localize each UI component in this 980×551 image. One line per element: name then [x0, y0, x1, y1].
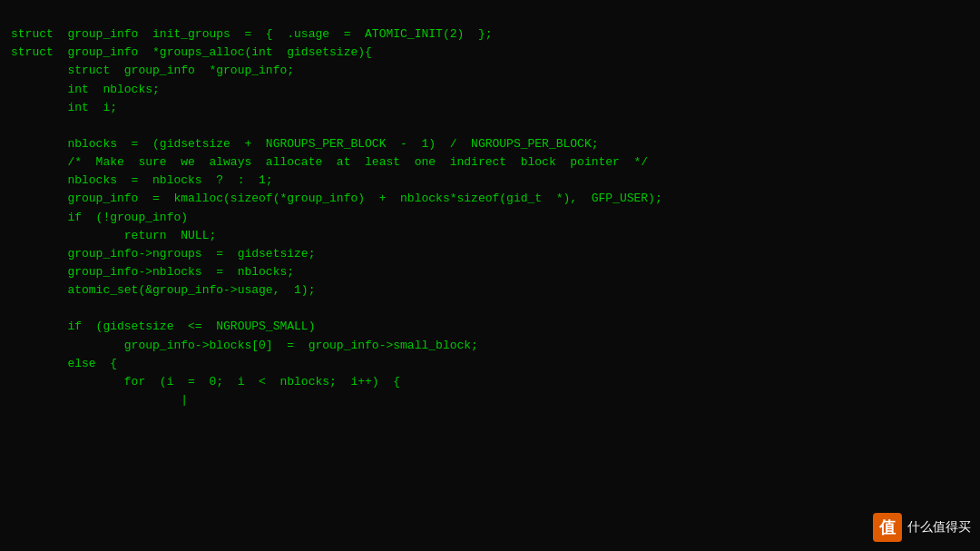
code-editor: struct group_info init_groups = { .usage… — [0, 0, 980, 417]
code-line: int nblocks; — [11, 81, 969, 99]
code-line: struct group_info *group_info; — [11, 62, 969, 80]
watermark: 值 什么值得买 — [873, 513, 971, 542]
code-line — [11, 117, 969, 135]
code-line: int i; — [11, 99, 969, 117]
code-line: struct group_info *groups_alloc(int gids… — [11, 44, 969, 62]
code-line: else { — [11, 355, 969, 373]
code-line: nblocks = nblocks ? : 1; — [11, 172, 969, 190]
watermark-text: 什么值得买 — [907, 519, 971, 536]
code-line: | — [11, 391, 969, 409]
code-line: group_info->blocks[0] = group_info->smal… — [11, 337, 969, 355]
code-line: group_info->ngroups = gidsetsize; — [11, 245, 969, 263]
code-line: group_info = kmalloc(sizeof(*group_info)… — [11, 190, 969, 208]
code-line: nblocks = (gidsetsize + NGROUPS_PER_BLOC… — [11, 135, 969, 153]
code-line: atomic_set(&group_info->usage, 1); — [11, 281, 969, 300]
code-line: if (gidsetsize <= NGROUPS_SMALL) — [11, 318, 969, 336]
code-line: return NULL; — [11, 227, 969, 245]
code-line: /* Make sure we always allocate at least… — [11, 153, 969, 172]
code-line: struct group_info init_groups = { .usage… — [11, 25, 969, 44]
code-line: group_info->nblocks = nblocks; — [11, 263, 969, 281]
watermark-badge: 值 — [873, 513, 902, 542]
code-line: if (!group_info) — [11, 209, 969, 227]
code-line — [11, 300, 969, 318]
code-line: for (i = 0; i < nblocks; i++) { — [11, 373, 969, 391]
